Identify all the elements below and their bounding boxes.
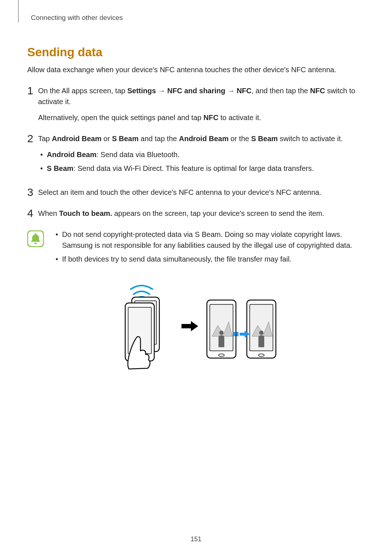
step-1: 1 On the All apps screen, tap Settings →… [27,85,365,123]
svg-rect-17 [236,332,238,336]
step-4: 4 When Touch to beam. appears on the scr… [27,208,365,219]
step-1-line-1: On the All apps screen, tap Settings → N… [38,85,365,107]
step-2-bullets: Android Beam: Send data via Bluetooth. S… [38,149,365,174]
step-body: Select an item and touch the other devic… [38,187,365,198]
step-1-line-2: Alternatively, open the quick settings p… [38,112,365,123]
chapter-title: Connecting with other devices [31,14,123,22]
step-body: When Touch to beam. appears on the scree… [38,208,365,219]
note-bullet-copyright: Do not send copyright-protected data via… [53,229,365,251]
nfc-transfer-illustration [27,278,365,374]
svg-point-11 [219,331,224,335]
notification-bell-icon [27,230,44,247]
step-4-text: When Touch to beam. appears on the scree… [38,208,365,219]
step-number: 3 [27,187,38,198]
page-content: Sending data Allow data exchange when yo… [27,15,365,374]
svg-point-15 [259,331,264,335]
step-2: 2 Tap Android Beam or S Beam and tap the… [27,133,365,177]
svg-rect-6 [181,324,191,328]
section-title: Sending data [27,45,365,59]
step-2-line-1: Tap Android Beam or S Beam and tap the A… [38,133,365,144]
header-rule [18,0,19,22]
note-box: Do not send copyright-protected data via… [27,229,365,267]
manual-page: Connecting with other devices Sending da… [0,0,392,554]
note-bullets: Do not send copyright-protected data via… [53,229,365,264]
step-3-text: Select an item and touch the other devic… [38,187,365,198]
svg-rect-18 [240,333,245,336]
step-number: 2 [27,133,38,144]
note-body: Do not send copyright-protected data via… [53,229,365,267]
step-body: Tap Android Beam or S Beam and tap the A… [38,133,365,177]
page-number: 151 [0,535,392,543]
bullet-android-beam: Android Beam: Send data via Bluetooth. [38,149,365,160]
step-3: 3 Select an item and touch the other dev… [27,187,365,198]
step-number: 1 [27,85,38,96]
step-number: 4 [27,208,38,219]
section-intro: Allow data exchange when your device's N… [27,64,365,75]
note-bullet-simultaneous: If both devices try to send data simulta… [53,254,365,264]
step-body: On the All apps screen, tap Settings → N… [38,85,365,123]
svg-rect-16 [233,332,235,336]
bullet-s-beam: S Beam: Send data via Wi-Fi Direct. This… [38,163,365,174]
svg-marker-7 [191,321,198,331]
